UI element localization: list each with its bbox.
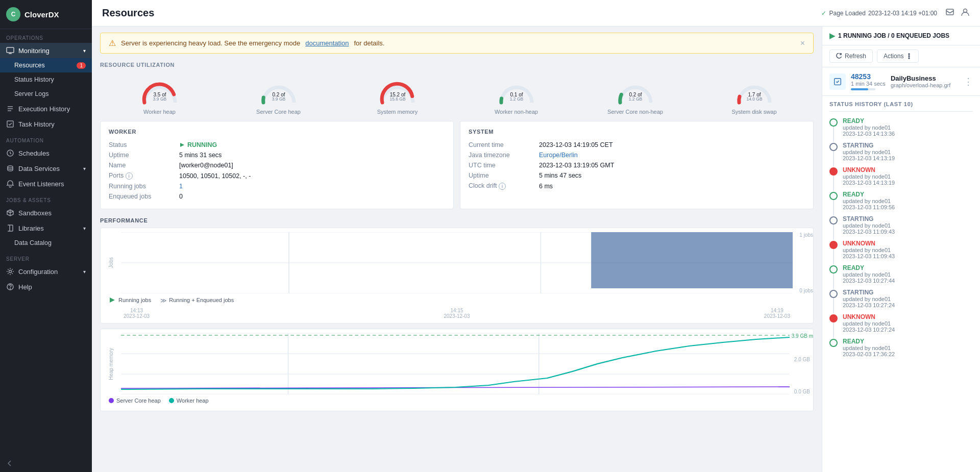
- job-more-btn[interactable]: ⋮: [964, 76, 973, 87]
- gauge-system-memory: 15.2 of 15.6 GB System memory: [338, 72, 457, 115]
- system-current-time-row: Current time 2023-12-03 14:19:05 CET: [469, 140, 805, 150]
- timeline-content-6: UNKNOWN updated by node01 2023-12-03 11:…: [843, 240, 973, 259]
- alert-text-after: for details.: [354, 39, 384, 47]
- timeline-status-10: READY: [843, 338, 973, 345]
- worker-ports-key: Ports i: [109, 172, 175, 180]
- list-icon: [6, 105, 14, 113]
- refresh-label: Refresh: [845, 53, 866, 60]
- content-area: ⚠ Server is experiencing heavy load. See…: [92, 27, 980, 472]
- job-icon-box: [829, 73, 846, 90]
- timeline-content-4: READY updated by node01 2023-12-03 11:09…: [843, 191, 973, 210]
- message-icon[interactable]: [945, 8, 954, 19]
- sidebar-item-data-services[interactable]: Data Services ▾: [0, 161, 92, 176]
- app-logo[interactable]: C CloverDX: [0, 0, 92, 29]
- worker-status-val: RUNNING: [179, 141, 217, 148]
- system-current-time-key: Current time: [469, 141, 535, 148]
- clock-icon: [6, 149, 14, 157]
- sidebar-item-data-catalog[interactable]: Data Catalog: [0, 236, 92, 250]
- timeline-meta-1: updated by node01: [843, 125, 973, 131]
- user-icon[interactable]: [961, 8, 970, 19]
- sidebar-item-resources[interactable]: Resources 1: [0, 58, 92, 72]
- sidebar-item-monitoring[interactable]: Monitoring ▾: [0, 43, 92, 58]
- alert-close-btn[interactable]: ×: [800, 39, 805, 48]
- system-java-timezone-key: Java timezone: [469, 152, 535, 159]
- svg-text:1.2 GB: 1.2 GB: [509, 96, 523, 102]
- worker-running-jobs-key: Running jobs: [109, 183, 175, 190]
- sidebar-item-sandboxes[interactable]: Sandboxes: [0, 205, 92, 220]
- actions-label: Actions: [884, 53, 903, 60]
- legend-server-core-heap: Server Core heap: [109, 398, 161, 404]
- timeline-dot-10: [829, 339, 838, 347]
- sidebar-item-event-listeners[interactable]: Event Listeners: [0, 176, 92, 191]
- job-name-path: DailyBusiness graph/overload-heap.grf: [891, 74, 950, 88]
- alert-banner: ⚠ Server is experiencing heavy load. See…: [100, 33, 814, 54]
- timeline-status-4: READY: [843, 191, 973, 198]
- jobs-chart-svg: [121, 232, 793, 293]
- sidebar-item-configuration[interactable]: Configuration ▾: [0, 264, 92, 279]
- svg-marker-32: [110, 297, 115, 303]
- timeline-status-2: STARTING: [843, 142, 973, 149]
- xaxis-label-3: 14:192023-12-03: [764, 308, 790, 319]
- clock-drift-info-icon[interactable]: i: [499, 183, 506, 190]
- sidebar-item-help[interactable]: Help: [0, 279, 92, 294]
- ports-info-icon[interactable]: i: [126, 172, 133, 180]
- timeline-item-2: STARTING updated by node01 2023-12-03 14…: [829, 139, 973, 164]
- alert-documentation-link[interactable]: documentation: [305, 39, 349, 47]
- worker-status-key: Status: [109, 141, 175, 148]
- resources-badge: 1: [77, 62, 86, 69]
- center-panel: ⚠ Server is experiencing heavy load. See…: [92, 27, 822, 472]
- timeline-time-1: 2023-12-03 14:13:36: [843, 131, 973, 137]
- worker-name-row: Name [worker0@node01]: [109, 160, 445, 170]
- settings-icon: [6, 267, 14, 276]
- performance-section: PERFORMANCE Jobs: [92, 217, 822, 419]
- status-history-label: Status History: [14, 76, 54, 83]
- xaxis-label-1: 14:132023-12-03: [124, 308, 150, 319]
- execution-history-label: Execution History: [18, 105, 70, 113]
- worker-enqueued-jobs-val: 0: [179, 193, 183, 200]
- timeline-meta-3: updated by node01: [843, 173, 973, 180]
- timeline-dot-2: [829, 143, 838, 151]
- sidebar-item-execution-history[interactable]: Execution History: [0, 101, 92, 116]
- topbar: Resources ✓ Page Loaded 2023-12-03 14:19…: [92, 0, 980, 27]
- legend-worker-heap-label: Worker heap: [177, 398, 209, 404]
- actions-button[interactable]: Actions: [877, 49, 919, 63]
- system-java-timezone-val[interactable]: Europe/Berlin: [539, 152, 578, 159]
- gauge-server-core-heap: 0.2 of 3.9 GB Server Core heap: [219, 72, 338, 115]
- legend-running-jobs-label: Running jobs: [118, 297, 151, 303]
- worker-status-row: Status RUNNING: [109, 140, 445, 150]
- running-jobs-text: 1 RUNNING JOB / 0 ENQUEUED JOBS: [838, 32, 949, 39]
- timeline-time-4: 2023-12-03 11:09:56: [843, 204, 973, 210]
- event-listeners-label: Event Listeners: [18, 180, 64, 188]
- timeline-meta-8: updated by node01: [843, 296, 973, 302]
- gauge-server-core-non-heap-svg: 0.2 of 1.2 GB: [612, 72, 658, 108]
- jobs-chart-container: Jobs: [100, 228, 814, 324]
- timeline-item-7: READY updated by node01 2023-12-03 10:27…: [829, 262, 973, 286]
- libraries-chevron: ▾: [83, 226, 86, 231]
- sidebar-item-status-history[interactable]: Status History: [0, 72, 92, 87]
- app-name: CloverDX: [24, 10, 59, 19]
- sidebar-item-libraries[interactable]: Libraries ▾: [0, 220, 92, 236]
- timeline-status-8: STARTING: [843, 289, 973, 296]
- system-uptime-row: Uptime 5 mins 47 secs: [469, 170, 805, 181]
- task-history-label: Task History: [18, 120, 55, 128]
- operations-section-label: OPERATIONS: [0, 29, 92, 43]
- system-uptime-key: Uptime: [469, 172, 535, 179]
- worker-enqueued-jobs-row: Enqueued jobs 0: [109, 191, 445, 202]
- refresh-button[interactable]: Refresh: [829, 49, 873, 63]
- sidebar-item-server-logs[interactable]: Server Logs: [0, 87, 92, 101]
- right-panel: ▶ 1 RUNNING JOB / 0 ENQUEUED JOBS Refres…: [822, 27, 980, 472]
- sidebar-collapse-btn[interactable]: [0, 455, 92, 472]
- svg-rect-11: [946, 9, 953, 15]
- sidebar-item-task-history[interactable]: Task History: [0, 116, 92, 132]
- info-grid: WORKER Status RUNNING Uptime 5 mins 31 s…: [92, 121, 822, 217]
- database-icon: [6, 164, 14, 172]
- gauge-worker-non-heap-svg: 0.1 of 1.2 GB: [494, 72, 540, 108]
- monitoring-chevron: ▾: [83, 48, 86, 54]
- timeline-dot-7: [829, 265, 838, 274]
- sidebar-item-schedules[interactable]: Schedules: [0, 145, 92, 161]
- timeline-item-5: STARTING updated by node01 2023-12-03 11…: [829, 213, 973, 237]
- job-name: DailyBusiness: [891, 74, 950, 82]
- gauge-server-core-non-heap: 0.2 of 1.2 GB Server Core non-heap: [576, 72, 695, 115]
- worker-running-jobs-val[interactable]: 1: [179, 183, 183, 190]
- job-id[interactable]: 48253: [851, 72, 886, 81]
